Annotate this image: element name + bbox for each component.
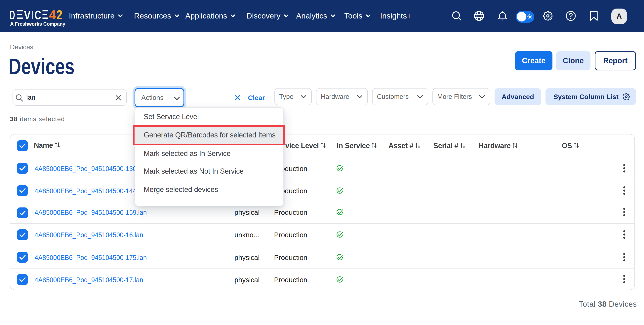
svg-text:I: I	[32, 9, 34, 22]
svg-text:V: V	[24, 9, 31, 22]
svg-text:4: 4	[49, 9, 56, 22]
svg-text:C: C	[35, 9, 41, 22]
svg-text:2: 2	[56, 9, 62, 22]
svg-text:D: D	[10, 9, 15, 22]
svg-text:A Freshworks Company: A Freshworks Company	[10, 21, 65, 27]
